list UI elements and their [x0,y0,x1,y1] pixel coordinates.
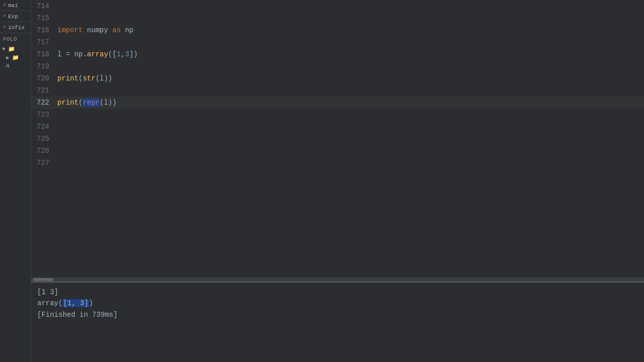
bracket-open: [ [112,50,116,58]
paren-open-str: ( [96,74,100,82]
line-number-714: 714 [31,0,57,12]
code-line-720: 720 print(str(l)) [31,72,644,84]
terminal-line-2: array([1, 3]) [37,298,638,309]
main-panel: 714 715 716 import numpy as np 717 718 [31,0,644,362]
folder-open-icon: ▼ [2,46,6,52]
func-array: array [87,50,108,58]
paren-open: ( [108,50,112,58]
code-area[interactable]: 714 715 716 import numpy as np 717 718 [31,0,644,278]
line-content-720: print(str(l)) [57,72,644,84]
file-icon: A [6,63,10,69]
editor[interactable]: 714 715 716 import numpy as np 717 718 [31,0,644,282]
sidebar: × mai × Exp × infix FOLD ▼ 📁 ▶ 📁 A [0,0,31,362]
func-repr: repr [83,99,100,107]
code-line-716: 716 import numpy as np [31,24,644,36]
line-number-719: 719 [31,60,57,72]
terminal-array-highlight: [1, 3] [62,299,89,307]
code-line-714: 714 [31,0,644,12]
line-number-720: 720 [31,72,57,84]
code-line-719: 719 [31,60,644,72]
tab-main[interactable]: × mai [0,0,31,11]
paren-close-str: )) [104,74,112,82]
var-l: l [57,50,61,58]
horizontal-scrollbar[interactable] [31,278,644,282]
close-icon[interactable]: × [3,25,6,30]
code-line-725: 725 [31,133,644,145]
num-3: 3 [125,50,129,58]
terminal-line-3: [Finished in 739ms] [37,309,638,320]
alias-np: np [125,26,133,34]
line-number-723: 723 [31,109,57,121]
tab-bar: × mai × Exp × infix [0,0,31,33]
line-number-722: 722 [31,97,57,109]
line-number-716: 716 [31,24,57,36]
paren-close-repr: )) [108,99,117,107]
paren-close: ) [133,50,137,58]
folder-item-2[interactable]: ▶ 📁 [0,53,31,62]
keyword-import: import [57,26,83,34]
line-number-727: 727 [31,157,57,169]
close-icon[interactable]: × [3,14,6,19]
num-1: 1 [117,50,121,58]
tab-exp[interactable]: × Exp [0,11,31,22]
func-print-720: print [57,74,78,82]
tab-main-label: mai [8,3,18,9]
line-content-722: print(repr(l)) [57,97,644,109]
close-icon[interactable]: × [3,3,6,8]
folder-item-1[interactable]: ▼ 📁 [0,45,31,53]
keyword-as: as [112,26,121,34]
code-line-717: 717 [31,36,644,48]
line-number-717: 717 [31,36,57,48]
line-number-724: 724 [31,121,57,133]
folder-icon-2: 📁 [12,54,19,61]
folder-item-3[interactable]: A [0,62,31,70]
code-line-715: 715 [31,12,644,24]
terminal-panel: [1 3] array([1, 3]) [Finished in 739ms] [31,282,644,362]
fold-label: FOLD [0,33,31,44]
func-str: str [83,74,95,82]
folder-icon: 📁 [8,46,15,52]
line-content-718: l = np.array([1,3]) [57,48,644,60]
code-line-724: 724 [31,121,644,133]
folder-tree: ▼ 📁 ▶ 📁 A [0,44,31,71]
code-line-727: 727 [31,157,644,169]
code-line-722: 722 print(repr(l)) [31,97,644,109]
tab-exp-label: Exp [8,14,18,20]
line-number-725: 725 [31,133,57,145]
func-print-722: print [57,99,78,107]
np-module: np [74,50,83,58]
line-number-715: 715 [31,12,57,24]
code-line-721: 721 [31,84,644,97]
code-line-726: 726 [31,145,644,157]
line-content-716: import numpy as np [57,24,644,36]
folder-closed-icon: ▶ [6,54,10,61]
code-line-718: 718 l = np.array([1,3]) [31,48,644,60]
line-number-721: 721 [31,84,57,97]
tab-infix[interactable]: × infix [0,22,31,33]
code-line-723: 723 [31,109,644,121]
module-name: numpy [87,26,108,34]
line-number-726: 726 [31,145,57,157]
op-equals: = [66,50,70,58]
terminal-line-1: [1 3] [37,287,638,298]
line-number-718: 718 [31,48,57,60]
scrollbar-thumb[interactable] [33,278,53,281]
var-l-722: l [104,99,108,107]
tab-infix-label: infix [8,25,25,31]
